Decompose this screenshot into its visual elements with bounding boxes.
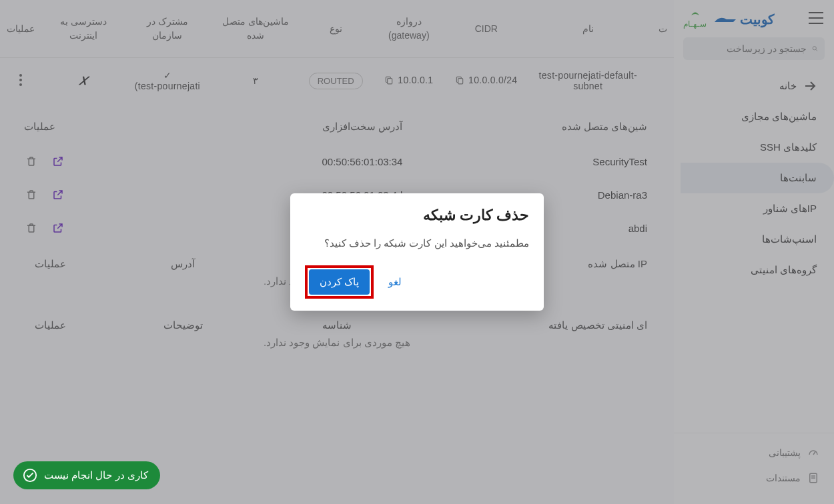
cancel-button[interactable]: لغو [384,271,406,293]
confirm-delete-button[interactable]: پاک کردن [309,269,370,295]
status-text: کاری در حال انجام نیست [44,469,148,481]
dialog-body: مطمئنید می‌خواهید این کارت شبکه را حذف ک… [305,237,529,249]
confirm-highlight: پاک کردن [305,265,374,299]
modal-overlay[interactable]: حذف کارت شبکه مطمئنید می‌خواهید این کارت… [0,0,834,504]
status-pill[interactable]: کاری در حال انجام نیست [13,461,160,489]
dialog-title: حذف کارت شبکه [305,207,529,224]
check-circle-icon [23,468,37,483]
delete-nic-dialog: حذف کارت شبکه مطمئنید می‌خواهید این کارت… [290,193,544,311]
